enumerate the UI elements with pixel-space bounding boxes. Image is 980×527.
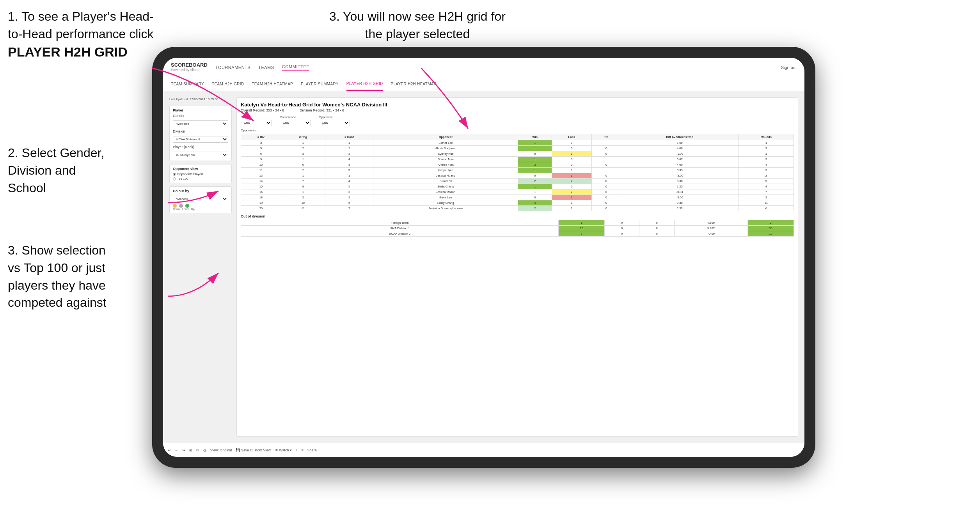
toolbar-back[interactable]: ←	[175, 448, 178, 452]
cell-rounds: 4	[739, 140, 794, 146]
cell-diff: 4.00	[621, 146, 739, 151]
out-of-division-table: Foreign Team 1 0 0 4.500 2 NAIA Division…	[241, 220, 794, 237]
cell-conf: 7	[325, 206, 373, 211]
cell-opponent: Euna Lee	[373, 195, 518, 200]
toolbar-undo[interactable]: ↩	[168, 448, 171, 452]
table-row: 16 1 3 Jessica Mason 1 2 0 -0.94 7	[241, 189, 794, 195]
filters-row: Region (All) Conference (All) Opponent	[241, 115, 794, 126]
opponent-select[interactable]: (All)	[319, 120, 350, 126]
overall-record: Overall Record: 353 - 34 - 6	[241, 108, 284, 112]
th-conf: # Conf	[325, 134, 373, 140]
sub-nav-team-h2h-heatmap[interactable]: TEAM H2H HEATMAP	[252, 77, 293, 91]
cell-loss: 1	[552, 173, 591, 179]
cell-opponent: Sharon Mun	[373, 157, 518, 162]
cell-tie: 0	[591, 200, 621, 206]
cell-div: 11	[241, 168, 281, 173]
cell-div: 6	[241, 151, 281, 157]
cell-tie: 0	[591, 184, 621, 189]
cell-win: 4	[518, 200, 552, 206]
sub-nav-player-h2h-grid[interactable]: PLAYER H2H GRID	[346, 77, 383, 91]
cell-win: 2	[518, 179, 552, 184]
radio-top100[interactable]: Top 100	[173, 177, 228, 180]
nav-tournaments[interactable]: TOURNAMENTS	[215, 65, 250, 70]
toolbar-watch[interactable]: 👁 Watch ▾	[275, 448, 292, 452]
cell-reg: 6	[281, 162, 325, 168]
instr-bot4: competed against	[8, 295, 107, 309]
conference-filter: Conference (All)	[280, 115, 311, 126]
cell-rounds: 2	[739, 173, 794, 179]
ood-tie: 0	[639, 220, 674, 226]
region-select[interactable]: (All)	[241, 120, 272, 126]
cell-reg: 11	[281, 206, 325, 211]
toolbar-save-custom[interactable]: 💾 Save Custom View	[236, 448, 270, 452]
toolbar-layout[interactable]: ↕	[296, 448, 298, 452]
table-row: 3 1 1 Esther Lee 1 0 1.50 4	[241, 140, 794, 146]
legend-down-label: Down	[173, 208, 180, 210]
radio-top100-dot	[173, 177, 176, 180]
instruction-mid-left: 2. Select Gender, Division and School	[8, 144, 148, 196]
toolbar-time[interactable]: ◷	[203, 448, 206, 452]
legend-level-dot	[179, 204, 183, 208]
sidebar: Last Updated: 27/03/2024 16:55:38 Player…	[169, 97, 232, 437]
radio-top100-text: Top 100	[177, 177, 188, 180]
cell-rounds: 7	[739, 189, 794, 195]
table-row: 6 3 3 Sydney Kuo 0 1 0 -1.00 3	[241, 151, 794, 157]
sub-nav-player-h2h-heatmap[interactable]: PLAYER H2H HEATMAP	[391, 77, 437, 91]
cell-diff: 3.67	[621, 157, 739, 162]
cell-reg: 1	[281, 140, 325, 146]
table-row: 9 1 4 Sharon Mun 1 0 3.67 3	[241, 157, 794, 162]
cell-loss: 0	[552, 146, 591, 151]
sub-nav-team-summary[interactable]: TEAM SUMMARY	[171, 77, 204, 91]
cell-opponent: Eunice Yi	[373, 179, 518, 184]
cell-win: 0	[518, 173, 552, 179]
cell-div: 19	[241, 200, 281, 206]
player-section: Player Gender Women's Division NCAA Divi…	[169, 106, 232, 161]
toolbar-redo[interactable]: ↪	[182, 448, 185, 452]
nav-teams[interactable]: TEAMS	[258, 65, 274, 70]
cell-div: 16	[241, 189, 281, 195]
conference-select[interactable]: (All)	[280, 120, 311, 126]
division-select[interactable]: NCAA Division III	[173, 136, 228, 143]
th-diff: Diff Av Strokes/Rnd	[621, 134, 739, 140]
cell-conf: 4	[325, 179, 373, 184]
colour-by-select[interactable]: Win/loss	[173, 196, 228, 202]
cell-diff: 1.50	[621, 140, 739, 146]
timestamp: Last Updated: 27/03/2024 16:55:38	[169, 97, 232, 101]
nav-committee[interactable]: COMMITTEE	[282, 64, 310, 71]
toolbar-grid[interactable]: ⊞	[189, 448, 192, 452]
cell-loss: 1	[552, 206, 591, 211]
opponent-label: Opponent	[319, 115, 350, 119]
toolbar-share[interactable]: Share	[307, 448, 317, 452]
cell-loss: 0	[552, 168, 591, 173]
ood-win: 5	[559, 231, 605, 237]
cell-diff: 3.33	[621, 168, 739, 173]
ood-rounds: 30	[748, 226, 794, 231]
table-row: 5 2 2 Alexis Sudjianto 1 0 0 4.00 3	[241, 146, 794, 151]
legend-up-label: Up	[191, 208, 195, 210]
toolbar-menu[interactable]: ≡	[301, 448, 303, 452]
toolbar-view-original[interactable]: View: Original	[210, 448, 232, 452]
cell-win: 1	[518, 184, 552, 189]
nav-sign-out[interactable]: Sign out	[781, 65, 797, 70]
sub-nav-team-h2h-grid[interactable]: TEAM H2H GRID	[212, 77, 244, 91]
table-row: 18 2 2 Euna Lee 0 1 0 -5.00 2	[241, 195, 794, 200]
cell-win: 2	[518, 162, 552, 168]
cell-conf: 1	[325, 173, 373, 179]
radio-opponents[interactable]: Opponents Played	[173, 172, 228, 176]
cell-tie: 0	[591, 189, 621, 195]
player-rank-select[interactable]: 8. Katelyn Vo	[173, 152, 228, 158]
gender-select[interactable]: Women's	[173, 120, 228, 127]
table-row: 13 1 1 Jessica Huang 0 1 0 -3.00 2	[241, 173, 794, 179]
cell-tie: 0	[591, 173, 621, 179]
opponents-text: Opponents:	[241, 129, 257, 132]
cell-rounds: 4	[739, 184, 794, 189]
panel-subtitle: Overall Record: 353 - 34 - 6 Division Re…	[241, 108, 794, 112]
cell-reg: 2	[281, 195, 325, 200]
legend-labels: Down Level Up	[173, 208, 228, 210]
panel-title: Katelyn Vo Head-to-Head Grid for Women's…	[241, 102, 794, 108]
cell-loss: 1	[552, 151, 591, 157]
cell-win: 1	[518, 140, 552, 146]
ood-row: Foreign Team 1 0 0 4.500 2	[241, 220, 794, 226]
sub-nav-player-summary[interactable]: PLAYER SUMMARY	[301, 77, 339, 91]
toolbar-refresh[interactable]: ⟳	[196, 448, 199, 452]
